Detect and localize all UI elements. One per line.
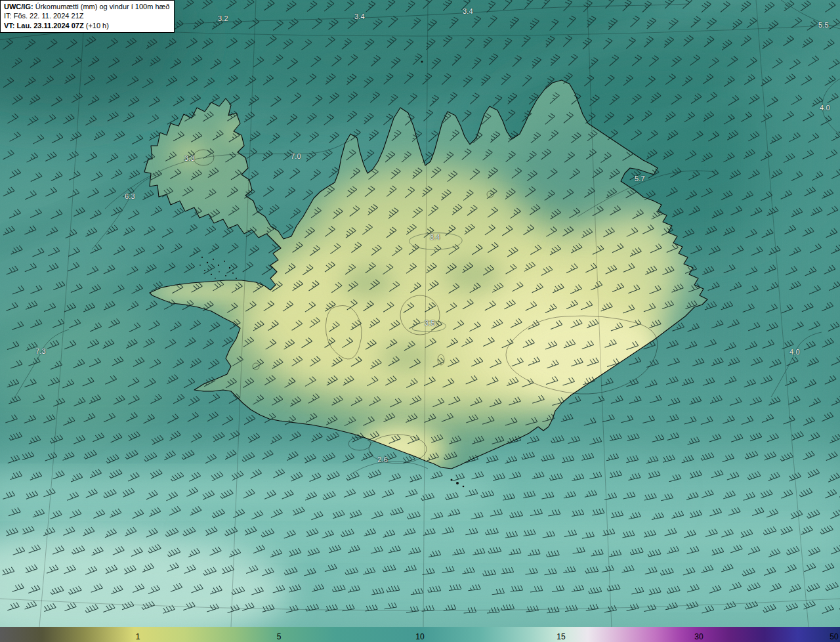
- colorbar-tick: 30: [694, 632, 703, 641]
- contour-label: 5.7: [635, 175, 645, 182]
- contour-label: 7.0: [291, 152, 301, 160]
- map-title: Úrkomumætti (mm) og vindur í 100m hæð: [33, 3, 170, 11]
- contour-label: 6.3: [125, 192, 135, 200]
- contour-label: 3.5: [425, 319, 435, 327]
- weather-map-page: 3.23.43.45.54.03.37.06.35.73.43.57.34.02…: [0, 0, 840, 642]
- contour-label: 3.4: [430, 233, 440, 241]
- colorbar-tick: 15: [556, 632, 565, 641]
- colorbar-tick: 5: [277, 632, 282, 641]
- contour-label: 2.6: [377, 456, 388, 463]
- contour-label: 3.4: [463, 7, 473, 15]
- colorbar-tick: 50: [830, 632, 838, 641]
- model-label: UWC/IG:: [4, 3, 33, 11]
- contour-label: 7.3: [35, 347, 46, 355]
- colorbar-tick: 10: [415, 632, 424, 641]
- contour-label: 4.0: [789, 348, 800, 356]
- contour-label: 3.4: [354, 12, 365, 20]
- valid-line: VT: Lau. 23.11.2024 07Z (+10 h): [4, 21, 169, 30]
- title-line: UWC/IG: Úrkomumætti (mm) og vindur í 100…: [4, 2, 169, 11]
- valid-offset: (+10 h): [84, 22, 109, 30]
- contour-label: 5.5: [818, 21, 829, 29]
- contour-label: 3.2: [218, 14, 228, 22]
- colorbar-tick: 1: [136, 632, 140, 641]
- title-box: UWC/IG: Úrkomumætti (mm) og vindur í 100…: [0, 0, 175, 33]
- colorbar: 1510153050: [0, 627, 840, 642]
- valid-time: VT: Lau. 23.11.2024 07Z: [4, 22, 84, 30]
- contour-label: 4.0: [820, 104, 830, 112]
- contour-label: 3.3: [184, 154, 195, 162]
- weather-map: [0, 0, 840, 627]
- init-time: IT: Fös. 22. 11. 2024 21Z: [4, 11, 169, 20]
